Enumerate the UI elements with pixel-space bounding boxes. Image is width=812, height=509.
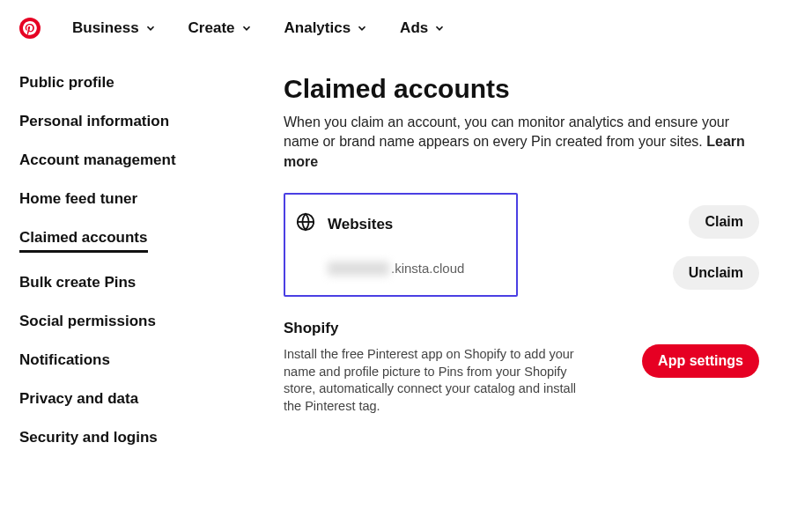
nav-label: Analytics [284,19,351,37]
globe-icon [296,212,315,236]
nav-label: Ads [400,19,428,37]
chevron-down-icon [433,22,446,34]
sidebar-item-home-feed-tuner[interactable]: Home feed tuner [19,190,137,208]
sidebar-item-security-and-logins[interactable]: Security and logins [19,429,158,446]
websites-section: Websites .kinsta.cloud [284,193,518,297]
claimed-site-domain: .kinsta.cloud [391,261,464,276]
sidebar-item-public-profile[interactable]: Public profile [19,74,114,92]
nav-analytics[interactable]: Analytics [284,19,369,37]
settings-sidebar: Public profile Personal information Acco… [19,74,231,446]
nav-label: Create [188,19,235,37]
chevron-down-icon [356,22,368,34]
sidebar-item-bulk-create-pins[interactable]: Bulk create Pins [19,274,136,291]
pinterest-logo[interactable] [19,18,41,39]
sidebar-item-notifications[interactable]: Notifications [19,351,110,369]
sidebar-item-privacy-and-data[interactable]: Privacy and data [19,390,138,408]
sidebar-item-social-permissions[interactable]: Social permissions [19,313,156,330]
main-content: Claimed accounts When you claim an accou… [284,74,759,446]
nav-label: Business [72,19,139,37]
redacted-text [328,262,389,276]
claimed-site-row: .kinsta.cloud [296,261,497,276]
top-nav: Business Create Analytics Ads [0,0,812,56]
claim-button[interactable]: Claim [689,205,759,239]
page-description: When you claim an account, you can monit… [284,113,759,172]
unclaim-button[interactable]: Unclaim [673,256,759,290]
websites-heading: Websites [328,216,393,233]
sidebar-item-claimed-accounts[interactable]: Claimed accounts [19,229,148,253]
sidebar-item-account-management[interactable]: Account management [19,151,176,169]
chevron-down-icon [144,22,157,34]
page-description-text: When you claim an account, you can monit… [284,114,729,149]
page-title: Claimed accounts [284,74,759,104]
nav-business[interactable]: Business [72,19,157,37]
shopify-heading: Shopify [284,320,624,337]
shopify-section: Shopify Install the free Pinterest app o… [284,320,759,415]
sidebar-item-personal-information[interactable]: Personal information [19,113,169,130]
chevron-down-icon [240,22,253,34]
app-settings-button[interactable]: App settings [642,344,759,378]
shopify-description: Install the free Pinterest app on Shopif… [284,346,583,415]
nav-create[interactable]: Create [188,19,253,37]
nav-ads[interactable]: Ads [400,19,446,37]
